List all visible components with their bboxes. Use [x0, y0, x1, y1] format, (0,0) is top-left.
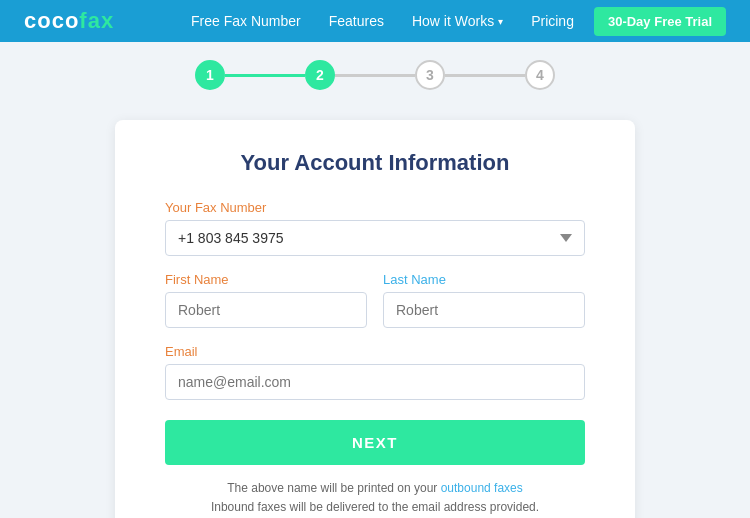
- nav-how-it-works[interactable]: How it Works ▾: [412, 13, 503, 29]
- first-name-label: First Name: [165, 272, 367, 287]
- last-name-label: Last Name: [383, 272, 585, 287]
- first-name-group: First Name: [165, 272, 367, 328]
- fax-number-group: Your Fax Number +1 803 845 3975: [165, 200, 585, 256]
- email-input[interactable]: [165, 364, 585, 400]
- step-3: 3: [415, 60, 445, 90]
- card-title: Your Account Information: [165, 150, 585, 176]
- email-label: Email: [165, 344, 585, 359]
- trial-button[interactable]: 30-Day Free Trial: [594, 7, 726, 36]
- stepper-container: 1 2 3 4: [0, 42, 750, 100]
- card-wrapper: Your Account Information Your Fax Number…: [0, 100, 750, 518]
- logo-fax: fax: [79, 8, 114, 33]
- step-1: 1: [195, 60, 225, 90]
- step-line-1: [225, 74, 305, 77]
- last-name-input[interactable]: [383, 292, 585, 328]
- nav-links: Free Fax Number Features How it Works ▾ …: [191, 12, 574, 30]
- nav-pricing[interactable]: Pricing: [531, 13, 574, 29]
- step-2: 2: [305, 60, 335, 90]
- navbar: cocofax Free Fax Number Features How it …: [0, 0, 750, 42]
- footer-note: The above name will be printed on your o…: [165, 479, 585, 517]
- fax-number-select[interactable]: +1 803 845 3975: [165, 220, 585, 256]
- logo: cocofax: [24, 8, 114, 34]
- logo-coco: coco: [24, 8, 79, 33]
- nav-features[interactable]: Features: [329, 13, 384, 29]
- next-button[interactable]: NEXT: [165, 420, 585, 465]
- last-name-group: Last Name: [383, 272, 585, 328]
- stepper: 1 2 3 4: [195, 60, 555, 90]
- step-4: 4: [525, 60, 555, 90]
- outbound-faxes-link[interactable]: outbound faxes: [441, 481, 523, 495]
- account-card: Your Account Information Your Fax Number…: [115, 120, 635, 518]
- name-row: First Name Last Name: [165, 272, 585, 344]
- step-line-3: [445, 74, 525, 77]
- first-name-input[interactable]: [165, 292, 367, 328]
- fax-number-label: Your Fax Number: [165, 200, 585, 215]
- chevron-down-icon: ▾: [498, 16, 503, 27]
- nav-free-fax[interactable]: Free Fax Number: [191, 13, 301, 29]
- email-group: Email: [165, 344, 585, 400]
- step-line-2: [335, 74, 415, 77]
